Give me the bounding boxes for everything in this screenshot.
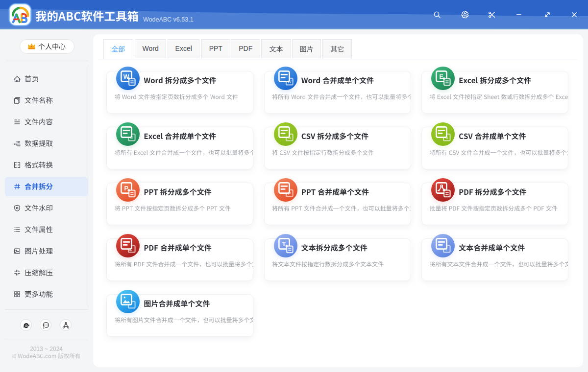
svg-text:T: T (282, 241, 286, 248)
svg-text:E: E (440, 73, 443, 80)
svg-text:P: P (124, 185, 128, 192)
